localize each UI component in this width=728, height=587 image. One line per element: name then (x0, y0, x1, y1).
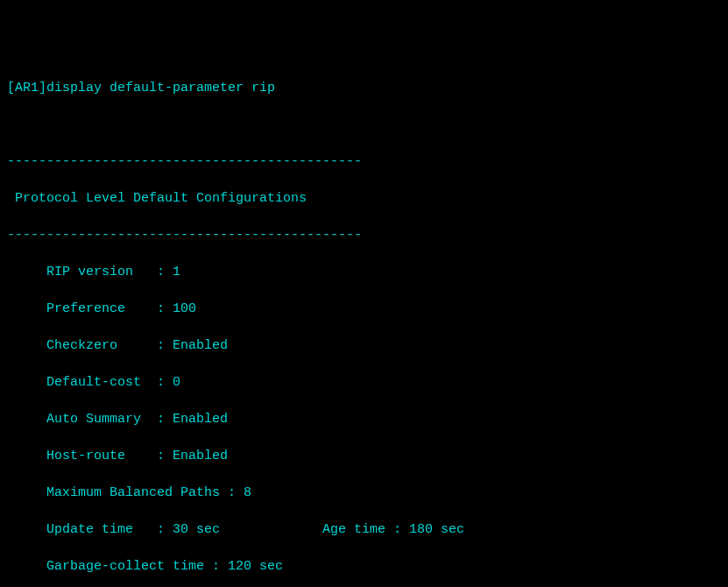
param-garbage-collect: Garbage-collect time : 120 sec (7, 557, 721, 576)
param-auto-summary: Auto Summary : Enabled (7, 410, 721, 428)
prompt: [AR1] (7, 81, 46, 95)
command: display default-parameter rip (46, 81, 275, 95)
param-default-cost: Default-cost : 0 (7, 373, 721, 392)
section-header-protocol: Protocol Level Default Configurations (7, 189, 721, 208)
blank-line (7, 116, 721, 134)
param-rip-version: RIP version : 1 (7, 263, 721, 281)
param-preference: Preference : 100 (7, 300, 721, 318)
command-line[interactable]: [AR1]display default-parameter rip (7, 79, 721, 97)
param-update-age-time: Update time : 30 sec Age time : 180 sec (7, 520, 721, 539)
param-checkzero: Checkzero : Enabled (7, 336, 721, 355)
param-max-balanced-paths: Maximum Balanced Paths : 8 (7, 484, 721, 502)
divider: ----------------------------------------… (7, 152, 721, 171)
divider: ----------------------------------------… (7, 226, 721, 244)
param-host-route: Host-route : Enabled (7, 447, 721, 465)
